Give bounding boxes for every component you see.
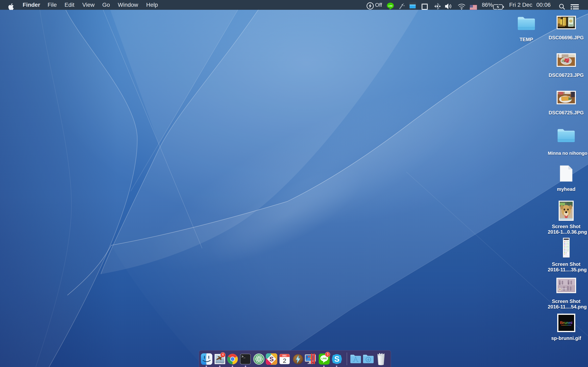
svg-text:LINE: LINE xyxy=(321,357,327,360)
svg-text:>_: >_ xyxy=(242,355,245,359)
svg-text:DEC: DEC xyxy=(282,355,287,357)
svg-text:S: S xyxy=(269,356,274,363)
svg-text:LINE: LINE xyxy=(388,5,393,7)
svg-text:Brunni: Brunni xyxy=(560,320,572,325)
svg-text:2: 2 xyxy=(283,357,286,364)
svg-text:S: S xyxy=(334,355,339,363)
